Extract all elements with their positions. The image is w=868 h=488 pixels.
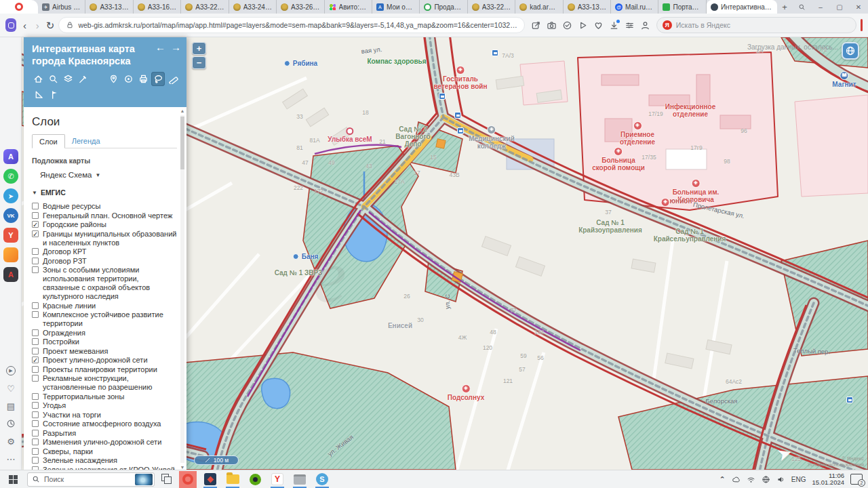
net-icon[interactable] <box>762 475 770 484</box>
layer-checkbox[interactable] <box>32 375 39 382</box>
tray-expand-icon[interactable]: ⌃ <box>719 475 726 484</box>
layer-checkbox[interactable] <box>32 448 39 455</box>
browser-tab[interactable]: AМои объявле… <box>372 0 420 14</box>
settings-icon[interactable]: ⚙ <box>4 434 18 448</box>
layer-checkbox[interactable] <box>32 221 39 228</box>
browser-tab[interactable]: Авито: недви… <box>325 0 372 14</box>
layers-tool-button[interactable] <box>62 72 75 86</box>
layer-group-header[interactable]: ▼ ЕМГИС <box>32 188 177 197</box>
whatsapp-icon[interactable]: ✆ <box>3 169 18 184</box>
more-icon[interactable]: ⋯ <box>4 452 18 466</box>
layer-checkbox[interactable] <box>32 338 39 345</box>
layer-item[interactable]: Участки на торги <box>32 411 177 420</box>
heart-icon[interactable] <box>591 18 606 33</box>
layer-item[interactable]: Разрытия <box>32 429 177 438</box>
vk-icon[interactable]: VK <box>3 208 18 223</box>
cloud-icon[interactable] <box>732 475 741 484</box>
layer-item[interactable]: Изменения улично-дорожной сети <box>32 438 177 447</box>
browser-tab[interactable]: А33-22912/2… <box>181 0 229 14</box>
browser-tab[interactable]: Портал новос… <box>658 0 706 14</box>
lasso-tool-button[interactable] <box>151 72 165 86</box>
layer-item[interactable]: Красные линии <box>32 302 177 310</box>
play-icon[interactable] <box>576 18 590 33</box>
layer-checkbox[interactable] <box>32 402 39 409</box>
layer-item[interactable]: Договор КРТ <box>32 247 177 256</box>
speaker-icon[interactable] <box>776 475 785 484</box>
scroll-down-icon[interactable]: ▼ <box>180 465 185 470</box>
layer-item[interactable]: Зеленые насаждения <box>32 456 177 465</box>
back-button[interactable]: ‹ <box>20 20 29 30</box>
layer-item[interactable]: Комплексное устойчивое развитие территор… <box>32 310 177 328</box>
layer-item[interactable]: Договор РЗТ <box>32 257 177 266</box>
tune-icon[interactable] <box>623 18 637 33</box>
profile-icon[interactable] <box>638 18 652 33</box>
taskbar-app-opera[interactable] <box>179 471 197 488</box>
target-tool-button[interactable] <box>121 72 135 86</box>
browser-tab[interactable]: kad.arbitr.ru <box>515 0 563 14</box>
history-icon[interactable] <box>4 417 18 430</box>
taskbar-app-folder[interactable] <box>224 471 241 488</box>
layer-checkbox[interactable] <box>32 248 39 255</box>
yandex-icon[interactable]: Y <box>3 228 18 243</box>
globe-button[interactable] <box>842 42 859 60</box>
browser-tab[interactable]: @Mail.ru: почта <box>611 0 658 14</box>
layer-checkbox[interactable] <box>32 258 39 264</box>
aria-icon[interactable]: A <box>3 149 18 164</box>
setsquare-tool-button[interactable] <box>32 87 46 102</box>
cards-icon[interactable]: ▤ <box>4 399 18 413</box>
layer-item[interactable]: Проект улично-дорожной сети <box>32 356 177 365</box>
download-icon[interactable] <box>607 18 621 33</box>
taskbar-app-tools[interactable] <box>291 471 309 488</box>
favorites-icon[interactable]: ♡ <box>4 382 18 395</box>
layer-checkbox[interactable] <box>32 366 39 373</box>
layer-checkbox[interactable] <box>32 439 39 445</box>
tab-search-button[interactable] <box>792 0 811 14</box>
layer-item[interactable]: Угодья <box>32 401 177 410</box>
layer-item[interactable]: Городские районы <box>32 220 177 229</box>
layer-checkbox[interactable] <box>32 411 39 418</box>
sidebar-toggle-button[interactable] <box>5 18 16 32</box>
layer-item[interactable]: Генеральный план. Основной чертеж <box>32 211 177 220</box>
address-bar[interactable]: web-gis.admkrsk.ru/portal/map/imap/app.h… <box>58 17 524 33</box>
telegram-icon[interactable]: ➤ <box>3 188 18 203</box>
taskbar-clock[interactable]: 11:06 15.01.2024 <box>812 472 844 487</box>
layer-checkbox[interactable] <box>32 348 39 354</box>
layer-checkbox[interactable] <box>32 203 39 209</box>
layer-item[interactable]: Проект межевания <box>32 347 177 356</box>
player-icon[interactable]: ▶ <box>4 364 18 378</box>
layer-checkbox[interactable] <box>32 230 39 237</box>
attribution-copyright[interactable]: © Яндекс <box>808 455 864 462</box>
zoom-in-button[interactable]: + <box>192 42 206 55</box>
browser-tab[interactable]: Интерактивная карта г… <box>707 0 777 14</box>
yandex-search-box[interactable]: Я Искать в Яндекс <box>656 17 856 33</box>
layer-item[interactable]: Постройки <box>32 338 177 346</box>
reload-button[interactable]: ↻ <box>46 20 55 30</box>
keyboard-language[interactable]: ENG <box>791 476 806 483</box>
layer-checkbox[interactable] <box>32 329 39 336</box>
scroll-up-icon[interactable]: ▲ <box>180 108 185 113</box>
layer-item[interactable]: Состояние атмосферного воздуха <box>32 420 177 428</box>
layer-checkbox[interactable] <box>32 266 39 273</box>
layer-checkbox[interactable] <box>32 302 39 309</box>
browser-tab[interactable]: А33-13917/20… <box>85 0 133 14</box>
layer-item[interactable]: Зоны с особыми условиями использования т… <box>32 266 177 301</box>
camera-icon[interactable] <box>545 18 559 33</box>
browser-tab[interactable]: ✈Airbus закон… <box>38 0 85 14</box>
panel-back-button[interactable]: ← <box>155 41 165 53</box>
browser-tab[interactable]: А33-16494/2… <box>134 0 181 14</box>
layer-item[interactable]: Водные ресурсы <box>32 202 177 211</box>
taskbar-app-guard[interactable] <box>201 471 219 488</box>
panel-scrollbar[interactable]: ▲ ▼ <box>180 108 185 470</box>
window-close-button[interactable]: ✕ <box>849 0 868 14</box>
taskbar-app-skype[interactable]: S <box>313 471 331 488</box>
home-tool-button[interactable] <box>32 72 45 86</box>
layer-item[interactable]: Рекламные конструкции, установленные по … <box>32 374 177 392</box>
window-minimize-button[interactable]: – <box>811 0 830 14</box>
panel-tab-слои[interactable]: Слои <box>32 134 65 148</box>
ruler-tool-button[interactable] <box>166 72 180 86</box>
panel-forward-button[interactable]: → <box>171 41 181 53</box>
layer-item[interactable]: Ограждения <box>32 329 177 338</box>
search-tool-button[interactable] <box>47 72 60 86</box>
layer-item[interactable]: Территориальные зоны <box>32 392 177 401</box>
wrench-tool-button[interactable] <box>77 72 90 86</box>
